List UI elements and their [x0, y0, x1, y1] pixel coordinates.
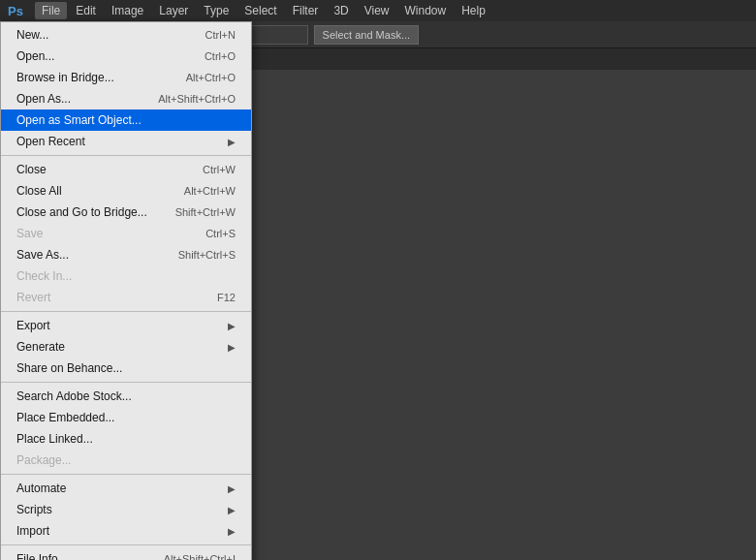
- menu-item-label-package: Package...: [16, 453, 236, 467]
- menu-item-shortcut-revert: F12: [217, 292, 236, 303]
- menu-window[interactable]: Window: [398, 2, 454, 19]
- menu-item-label-share-behance: Share on Behance...: [16, 361, 236, 375]
- menu-item-open-recent[interactable]: Open Recent▶: [1, 131, 251, 152]
- menu-item-label-open-recent: Open Recent: [16, 135, 228, 148]
- menu-item-shortcut-open-as: Alt+Shift+Ctrl+O: [158, 93, 236, 105]
- menu-item-shortcut-close-all: Alt+Ctrl+W: [184, 185, 236, 197]
- file-menu: New...Ctrl+NOpen...Ctrl+OBrowse in Bridg…: [0, 21, 252, 560]
- menu-3d[interactable]: 3D: [327, 2, 355, 19]
- menu-item-close-all[interactable]: Close AllAlt+Ctrl+W: [1, 180, 251, 202]
- menu-item-close[interactable]: CloseCtrl+W: [1, 159, 251, 180]
- menu-item-label-close: Close: [16, 163, 187, 176]
- menu-item-label-scripts: Scripts: [16, 503, 228, 516]
- menu-bar: Ps File Edit Image Layer Type Select Fil…: [0, 0, 756, 21]
- file-dropdown: New...Ctrl+NOpen...Ctrl+OBrowse in Bridg…: [0, 21, 252, 560]
- menu-select[interactable]: Select: [237, 2, 283, 19]
- menu-item-label-revert: Revert: [16, 291, 202, 304]
- menu-item-generate[interactable]: Generate▶: [1, 336, 251, 358]
- menu-layer[interactable]: Layer: [152, 2, 195, 19]
- menu-item-import[interactable]: Import▶: [1, 520, 251, 542]
- menu-item-open-as[interactable]: Open As...Alt+Shift+Ctrl+O: [1, 88, 251, 109]
- menu-item-label-import: Import: [16, 524, 228, 538]
- menu-item-new[interactable]: New...Ctrl+N: [1, 24, 251, 46]
- menu-item-arrow-import: ▶: [228, 526, 236, 537]
- menu-image[interactable]: Image: [105, 2, 150, 19]
- menu-file[interactable]: File: [35, 2, 67, 19]
- menu-help[interactable]: Help: [455, 2, 492, 19]
- select-and-mask-button[interactable]: Select and Mask...: [314, 25, 420, 45]
- menu-item-shortcut-browse-bridge: Alt+Ctrl+O: [186, 72, 236, 83]
- menu-type[interactable]: Type: [197, 2, 236, 19]
- menu-separator: [1, 382, 251, 383]
- menu-item-automate[interactable]: Automate▶: [1, 478, 251, 499]
- ps-logo: Ps: [4, 4, 27, 18]
- menu-item-shortcut-close: Ctrl+W: [203, 164, 236, 175]
- menu-item-label-open-as: Open As...: [16, 92, 142, 106]
- menu-item-place-embedded[interactable]: Place Embedded...: [1, 407, 251, 428]
- menu-item-label-new: New...: [16, 28, 190, 42]
- menu-item-arrow-open-recent: ▶: [228, 137, 236, 147]
- menu-item-label-open-smart-object: Open as Smart Object...: [16, 113, 236, 127]
- menu-item-label-export: Export: [16, 319, 228, 332]
- menu-item-label-file-info: File Info...: [16, 552, 148, 560]
- menu-item-label-check-in: Check In...: [16, 269, 236, 283]
- menu-item-share-behance[interactable]: Share on Behance...: [1, 358, 251, 379]
- menu-item-open[interactable]: Open...Ctrl+O: [1, 46, 251, 67]
- menu-separator: [1, 544, 251, 545]
- menu-item-shortcut-file-info: Alt+Shift+Ctrl+I: [164, 553, 236, 560]
- menu-item-label-close-bridge: Close and Go to Bridge...: [16, 205, 160, 219]
- menu-item-file-info[interactable]: File Info...Alt+Shift+Ctrl+I: [1, 548, 251, 560]
- menu-item-shortcut-new: Ctrl+N: [205, 29, 236, 41]
- menu-edit[interactable]: Edit: [69, 2, 103, 19]
- menu-item-label-close-all: Close All: [16, 184, 169, 198]
- menu-item-save: SaveCtrl+S: [1, 223, 251, 244]
- menu-item-package: Package...: [1, 450, 251, 471]
- menu-item-label-automate: Automate: [16, 482, 228, 495]
- menu-item-label-browse-bridge: Browse in Bridge...: [16, 71, 171, 84]
- menu-view[interactable]: View: [358, 2, 396, 19]
- menu-item-label-search-stock: Search Adobe Stock...: [16, 389, 236, 403]
- menu-item-shortcut-open: Ctrl+O: [205, 50, 236, 62]
- menu-item-export[interactable]: Export▶: [1, 315, 251, 336]
- menu-separator: [1, 155, 251, 156]
- menu-item-label-place-linked: Place Linked...: [16, 432, 236, 446]
- menu-item-shortcut-close-bridge: Shift+Ctrl+W: [175, 206, 236, 218]
- menu-item-revert: RevertF12: [1, 287, 251, 308]
- menu-separator: [1, 474, 251, 475]
- menu-item-scripts[interactable]: Scripts▶: [1, 499, 251, 520]
- menu-item-arrow-automate: ▶: [228, 483, 236, 494]
- menu-item-arrow-generate: ▶: [228, 342, 236, 353]
- menu-item-shortcut-save: Ctrl+S: [205, 228, 236, 239]
- menu-separator: [1, 311, 251, 312]
- menu-filter[interactable]: Filter: [286, 2, 326, 19]
- menu-item-place-linked[interactable]: Place Linked...: [1, 428, 251, 450]
- menu-item-save-as[interactable]: Save As...Shift+Ctrl+S: [1, 244, 251, 265]
- menu-item-label-save-as: Save As...: [16, 248, 163, 262]
- menu-item-check-in: Check In...: [1, 265, 251, 287]
- menu-item-browse-bridge[interactable]: Browse in Bridge...Alt+Ctrl+O: [1, 67, 251, 88]
- menu-item-label-place-embedded: Place Embedded...: [16, 411, 236, 424]
- menu-item-arrow-scripts: ▶: [228, 505, 236, 515]
- menu-item-search-stock[interactable]: Search Adobe Stock...: [1, 386, 251, 407]
- menu-item-label-open: Open...: [16, 49, 189, 63]
- menu-item-shortcut-save-as: Shift+Ctrl+S: [178, 249, 236, 261]
- height-input[interactable]: [250, 25, 308, 45]
- menu-item-arrow-export: ▶: [228, 321, 236, 331]
- menu-item-label-save: Save: [16, 227, 190, 240]
- menu-item-open-smart-object[interactable]: Open as Smart Object...: [1, 109, 251, 131]
- menu-item-label-generate: Generate: [16, 340, 228, 354]
- menu-item-close-bridge[interactable]: Close and Go to Bridge...Shift+Ctrl+W: [1, 202, 251, 223]
